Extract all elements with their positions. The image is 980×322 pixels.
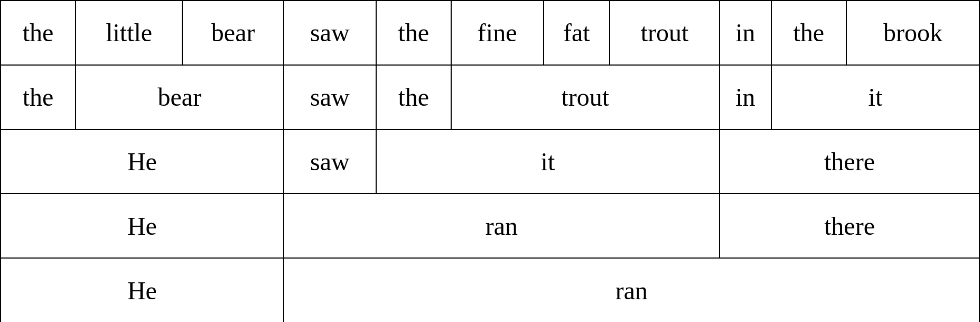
table-cell: there bbox=[720, 194, 979, 258]
table-cell: trout bbox=[610, 1, 720, 65]
table-cell: it bbox=[771, 65, 979, 130]
table-cell: fat bbox=[544, 1, 610, 65]
table-cell: saw bbox=[284, 65, 376, 130]
table-cell: little bbox=[76, 1, 183, 65]
table-cell: there bbox=[720, 130, 979, 194]
table-cell: He bbox=[1, 130, 284, 194]
table-cell: fine bbox=[451, 1, 544, 65]
table-row: Heran bbox=[1, 258, 979, 322]
table-cell: the bbox=[1, 65, 76, 130]
table-cell: it bbox=[376, 130, 720, 194]
table-cell: He bbox=[1, 194, 284, 258]
table-cell: trout bbox=[451, 65, 720, 130]
table-cell: in bbox=[720, 65, 771, 130]
table-cell: ran bbox=[284, 258, 979, 322]
table-cell: saw bbox=[284, 1, 376, 65]
table-cell: bear bbox=[76, 65, 284, 130]
table-cell: saw bbox=[284, 130, 376, 194]
table-cell: bear bbox=[182, 1, 283, 65]
table-cell: ran bbox=[284, 194, 720, 258]
table-cell: in bbox=[720, 1, 771, 65]
word-table: thelittlebearsawthefinefattroutinthebroo… bbox=[0, 0, 980, 322]
table-cell: brook bbox=[846, 1, 979, 65]
table-cell: the bbox=[771, 1, 846, 65]
table-row: thebearsawthetroutinit bbox=[1, 65, 979, 130]
table-row: Heranthere bbox=[1, 194, 979, 258]
table-row: thelittlebearsawthefinefattroutinthebroo… bbox=[1, 1, 979, 65]
table-cell: the bbox=[376, 65, 451, 130]
table-cell: the bbox=[1, 1, 76, 65]
table-cell: the bbox=[376, 1, 451, 65]
table-cell: He bbox=[1, 258, 284, 322]
table-row: Hesawitthere bbox=[1, 130, 979, 194]
